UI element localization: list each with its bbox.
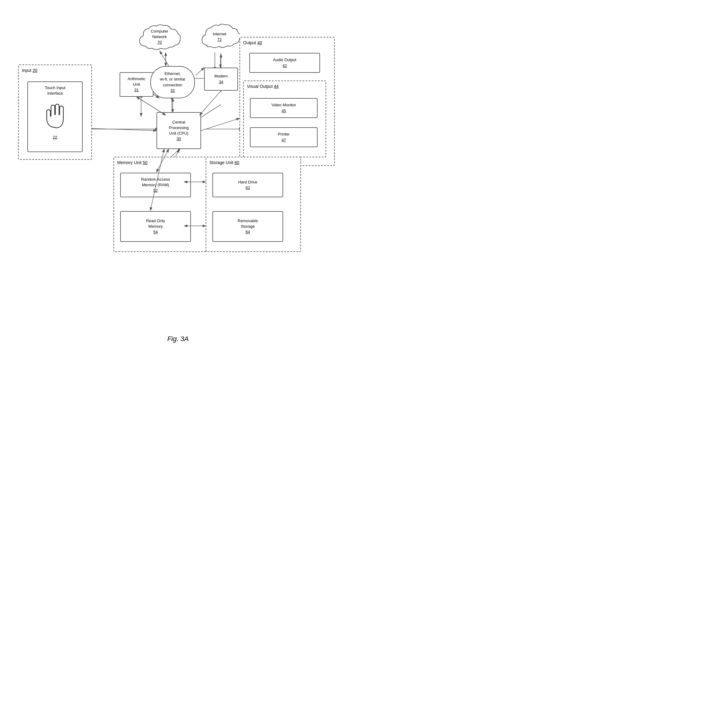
internet-cloud: Internet72 [200, 23, 239, 54]
video-monitor-label: Video Monitor45 [271, 102, 296, 113]
figure-caption-text: Fig. 3A [167, 335, 189, 343]
svg-line-23 [92, 129, 156, 130]
input-id: 20 [33, 68, 37, 73]
hard-drive-label: Hard Drive62 [238, 179, 257, 191]
internet-label: Internet72 [213, 31, 226, 42]
cpu-label: CentralProcessingUnit (CPU)30 [169, 120, 188, 142]
audio-output-box: Audio Output42 [249, 53, 320, 73]
input-group-label: Input 20 [22, 68, 37, 74]
modem-box: Modem34 [204, 68, 238, 91]
output-id: 40 [257, 40, 262, 45]
computer-network-label: ComputerNetwork70 [151, 28, 168, 46]
touch-input-box: Touch InputInterface 22 [27, 81, 83, 152]
touch-input-label: Touch InputInterface [44, 85, 65, 96]
ethernet-box: Ethernet,wi-fi, or similarconnection32 [150, 66, 195, 98]
removable-storage-label: RemovableStorage64 [237, 218, 258, 235]
visual-output-label: Visual Output 44 [247, 84, 279, 90]
rom-box: Read OnlyMemory54 [120, 211, 191, 242]
computer-network-cloud: ComputerNetwork70 [136, 23, 182, 54]
svg-line-30 [196, 68, 204, 75]
video-monitor-box: Video Monitor45 [250, 98, 317, 118]
printer-label: Printer47 [278, 132, 289, 143]
output-group-box: Output 40 Audio Output42 Visual Output 4… [239, 37, 335, 166]
hand-icon [41, 99, 69, 133]
touch-input-id: 22 [53, 135, 57, 140]
hard-drive-box: Hard Drive62 [212, 173, 283, 197]
ram-label: Random AccessMemory (RAM)52 [141, 177, 170, 194]
memory-unit-box: Memory Unit 50 Random AccessMemory (RAM)… [113, 157, 209, 252]
figure-caption: Fig. 3A [0, 335, 356, 343]
modem-label: Modem34 [214, 74, 227, 84]
memory-unit-label: Memory Unit 50 [117, 160, 148, 166]
storage-unit-label: Storage Unit 60 [209, 160, 239, 166]
svg-line-31 [201, 118, 239, 130]
visual-output-box: Visual Output 44 Video Monitor45 Printer… [243, 80, 326, 157]
ethernet-label: Ethernet,wi-fi, or similarconnection32 [160, 71, 185, 93]
arithmetic-unit-box: ArithmeticUnit31 [120, 72, 153, 97]
svg-line-29 [200, 91, 221, 115]
input-group-box: Input 20 Touch InputInterface 22 [18, 65, 92, 160]
removable-storage-box: RemovableStorage64 [212, 211, 283, 242]
cpu-box: CentralProcessingUnit (CPU)30 [156, 112, 201, 149]
storage-unit-box: Storage Unit 60 Hard Drive62 RemovableSt… [206, 157, 301, 252]
printer-box: Printer47 [250, 127, 317, 147]
audio-output-label: Audio Output42 [273, 57, 297, 68]
output-group-label: Output 40 [243, 40, 262, 46]
rom-label: Read OnlyMemory54 [146, 218, 165, 235]
arithmetic-unit-label: ArithmeticUnit31 [128, 76, 145, 93]
ram-box: Random AccessMemory (RAM)52 [120, 173, 191, 197]
